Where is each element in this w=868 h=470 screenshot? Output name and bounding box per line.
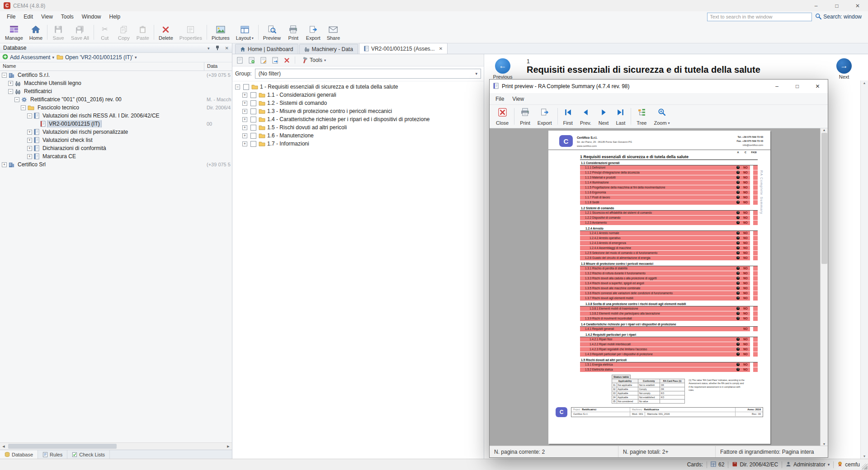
previous-arrow-icon[interactable]: ← bbox=[495, 58, 510, 74]
window-search-button[interactable]: Search: window bbox=[815, 13, 862, 21]
scroll-right-icon[interactable]: ▶ bbox=[225, 445, 232, 448]
requirement-checkbox[interactable] bbox=[250, 141, 256, 147]
requirement-checkbox[interactable] bbox=[250, 125, 256, 131]
requirement-checkbox[interactable] bbox=[250, 133, 256, 139]
menu-help[interactable]: Help bbox=[105, 12, 125, 21]
scroll-down-icon[interactable]: ▼ bbox=[823, 442, 826, 446]
card-export-button[interactable] bbox=[270, 55, 280, 65]
expand-icon[interactable]: + bbox=[27, 146, 32, 151]
db-tree-item-certifico-srl[interactable]: +Certifico Srl(+39 075 5 bbox=[0, 160, 232, 169]
db-tree-item-rettificatrici[interactable]: −Rettificatrici bbox=[0, 87, 232, 95]
requirement-checkbox[interactable] bbox=[250, 108, 256, 114]
copy-button[interactable]: Copy bbox=[114, 23, 133, 42]
save-all-button[interactable]: Save All bbox=[68, 23, 92, 42]
card-new-button[interactable] bbox=[235, 55, 245, 65]
db-tree-item-dichiarazioni-di-conformit[interactable]: +Dichiarazioni di conformità bbox=[0, 144, 232, 152]
expand-icon[interactable]: + bbox=[242, 117, 247, 122]
tab-machinery-data[interactable]: Machinery - Data bbox=[299, 44, 358, 54]
pictures-button[interactable]: Pictures bbox=[208, 23, 233, 42]
menu-window[interactable]: Window bbox=[78, 12, 105, 21]
db-tree-item-certifico-s-r-l[interactable]: −Certifico S.r.l.(+39 075 5 bbox=[0, 71, 232, 79]
db-tree-item-valutazioni-dei-rischi-ress-al[interactable]: −Valutazioni dei rischi RESS All. I Dir.… bbox=[0, 112, 232, 120]
db-tree-item-valutazioni-dei-rischi-persona[interactable]: +Valutazioni dei rischi personalizzate bbox=[0, 128, 232, 136]
db-tree-item-vr2-001-001215-it[interactable]: VR2-001/001215 (IT)00 bbox=[0, 120, 232, 128]
dialog-close-button[interactable]: ✕ bbox=[807, 80, 828, 93]
previous-button[interactable]: ← Previous bbox=[490, 58, 516, 80]
first-button[interactable]: First bbox=[560, 106, 576, 127]
db-tree-item-marcatura-ce[interactable]: +Marcatura CE bbox=[0, 152, 232, 160]
print-button[interactable]: Print bbox=[516, 106, 534, 127]
tools-button[interactable]: Tools▾ bbox=[298, 56, 329, 65]
scroll-thumb[interactable] bbox=[8, 444, 117, 449]
scroll-left-icon[interactable]: ◀ bbox=[0, 445, 7, 448]
tab-close-icon[interactable]: ✕ bbox=[439, 46, 443, 51]
window-search-input[interactable] bbox=[707, 13, 812, 21]
expand-icon[interactable]: + bbox=[2, 162, 7, 167]
delete-button[interactable]: Delete bbox=[156, 23, 176, 42]
database-horizontal-scrollbar[interactable]: ◀ ▶ bbox=[0, 442, 232, 450]
scroll-up-icon[interactable]: ▲ bbox=[823, 128, 826, 132]
preview-button[interactable]: Preview bbox=[260, 23, 284, 42]
card-edit-button[interactable] bbox=[258, 55, 268, 65]
preview-menu-file[interactable]: File bbox=[491, 94, 508, 103]
db-tree-item-macchine-utensili-legno[interactable]: +Macchine Utensili legno bbox=[0, 79, 232, 87]
expand-icon[interactable]: + bbox=[27, 130, 32, 135]
column-header-name[interactable]: Name bbox=[0, 62, 204, 70]
save-button[interactable]: Save bbox=[49, 23, 68, 42]
expand-icon[interactable]: + bbox=[8, 81, 13, 86]
home-button[interactable]: Home bbox=[26, 23, 46, 42]
dialog-maximize-button[interactable]: □ bbox=[787, 80, 807, 93]
scroll-down-icon[interactable]: ▼ bbox=[863, 455, 866, 458]
next-button[interactable]: Next bbox=[595, 106, 613, 127]
panel-tab-database[interactable]: Database bbox=[0, 450, 38, 459]
collapse-icon[interactable]: − bbox=[8, 89, 13, 94]
requirement-checkbox[interactable] bbox=[250, 92, 256, 98]
tab-home-dashboard[interactable]: Home | Dashboard bbox=[235, 44, 298, 54]
detail-vertical-scrollbar[interactable]: ▲ ▼ bbox=[860, 80, 868, 459]
expand-icon[interactable]: + bbox=[242, 125, 247, 130]
db-tree-item-rettificatrice-001-001-2016-re[interactable]: −Rettificatrice "001" (001_2016) rev. 00… bbox=[0, 95, 232, 103]
pin-icon[interactable] bbox=[215, 45, 220, 51]
tab-vr2-001-001215-asses[interactable]: VR2-001/001215 (Asses...✕ bbox=[359, 43, 448, 54]
scroll-thumb[interactable] bbox=[821, 133, 827, 264]
menu-tools[interactable]: Tools bbox=[57, 12, 78, 21]
db-tree-item-valutazioni-check-list[interactable]: +Valutazioni check list bbox=[0, 136, 232, 144]
preview-menu-view[interactable]: View bbox=[508, 94, 528, 103]
requirement-tree-item-1-2-sistemi-di-comando[interactable]: +1.2 - Sistemi di comando bbox=[232, 99, 484, 107]
close-button[interactable]: Close bbox=[492, 106, 512, 127]
properties-button[interactable]: Properties bbox=[176, 23, 205, 42]
panel-tab-check-lists[interactable]: Check Lists bbox=[67, 450, 110, 459]
column-header-data[interactable]: Data bbox=[204, 62, 232, 70]
db-tree-item-fascicolo-tecnico[interactable]: −Fascicolo tecnicoDir. 2006/4 bbox=[0, 103, 232, 112]
next-button[interactable]: → Next bbox=[831, 58, 857, 80]
combo-caret-icon[interactable]: ▾ bbox=[475, 72, 477, 76]
requirement-checkbox[interactable] bbox=[243, 84, 249, 90]
collapse-icon[interactable]: − bbox=[14, 97, 19, 102]
minimize-button[interactable]: – bbox=[806, 0, 826, 11]
close-button[interactable]: ✕ bbox=[847, 0, 868, 11]
scroll-up-icon[interactable]: ▲ bbox=[863, 81, 866, 85]
expand-icon[interactable]: + bbox=[242, 133, 247, 138]
resize-grip[interactable] bbox=[862, 464, 868, 470]
dialog-minimize-button[interactable]: – bbox=[767, 80, 787, 93]
prev-button[interactable]: Prev. bbox=[576, 106, 595, 127]
next-arrow-icon[interactable]: → bbox=[836, 58, 852, 74]
maximize-button[interactable]: □ bbox=[826, 0, 847, 11]
requirement-tree-item-1-6-manutenzione[interactable]: +1.6 - Manutenzione bbox=[232, 132, 484, 140]
collapse-icon[interactable]: − bbox=[21, 105, 26, 110]
expand-icon[interactable]: + bbox=[27, 154, 32, 159]
requirement-tree-item-1-1-considerazioni-generali[interactable]: +1.1 - Considerazioni generali bbox=[232, 91, 484, 99]
expand-icon[interactable]: + bbox=[242, 101, 247, 106]
last-button[interactable]: Last bbox=[612, 106, 629, 127]
panel-close-icon[interactable]: ✕ bbox=[225, 46, 229, 51]
paste-button[interactable]: Paste bbox=[133, 23, 152, 42]
open-assessment-caret[interactable]: ▾ bbox=[135, 56, 137, 60]
user-menu[interactable]: Administrator ▾ bbox=[786, 461, 830, 468]
tree-button[interactable]: Tree bbox=[633, 106, 650, 127]
preview-vertical-scrollbar[interactable]: ▲ ▼ bbox=[820, 128, 828, 446]
collapse-icon[interactable]: − bbox=[2, 73, 7, 78]
expand-icon[interactable]: + bbox=[27, 138, 32, 143]
export-button[interactable]: Export bbox=[303, 23, 324, 42]
expand-icon[interactable]: + bbox=[242, 141, 247, 146]
directive-indicator[interactable]: Dir. 2006/42/EC bbox=[732, 461, 778, 468]
